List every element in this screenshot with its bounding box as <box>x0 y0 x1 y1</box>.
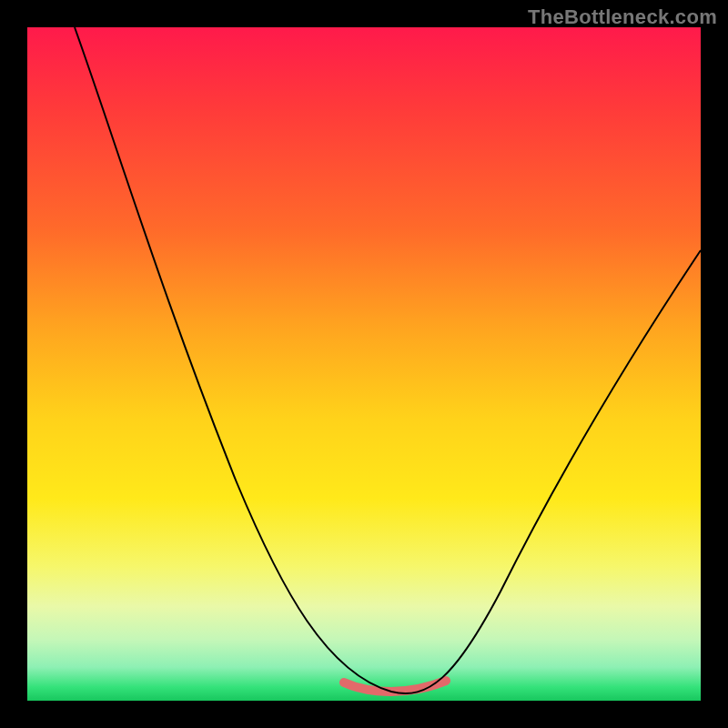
bottleneck-curve <box>75 27 701 693</box>
curve-svg <box>27 27 701 701</box>
watermark-text: TheBottleneck.com <box>528 5 717 29</box>
plot-area <box>27 27 701 701</box>
chart-frame: TheBottleneck.com <box>0 0 728 728</box>
